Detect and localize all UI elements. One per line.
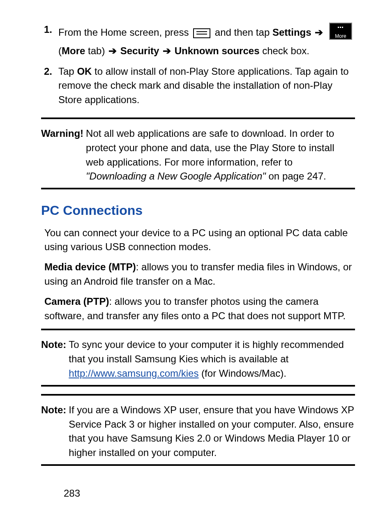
note-block-2: Note: If you are a Windows XP user, ensu… (41, 403, 355, 460)
mtp-label: Media device (MTP) (44, 261, 136, 272)
samsung-kies-link[interactable]: http://www.samsung.com/kies (69, 368, 198, 379)
step-body: From the Home screen, press and then tap… (58, 23, 355, 58)
note-body: To sync your device to your computer it … (69, 338, 355, 380)
text: To sync your device to your computer it … (69, 339, 344, 364)
step-1: 1. From the Home screen, press and then … (41, 23, 355, 58)
ptp-paragraph: Camera (PTP): allows you to transfer pho… (44, 295, 355, 323)
step-number: 1. (41, 23, 58, 58)
note-label: Note: (41, 338, 69, 380)
step-2: 2. Tap OK to allow install of non-Play S… (41, 64, 355, 107)
settings-label: Settings (272, 27, 311, 38)
arrow-icon: ➔ (163, 45, 171, 56)
ptp-label: Camera (PTP) (44, 296, 109, 307)
note-body: If you are a Windows XP user, ensure tha… (69, 403, 355, 460)
mtp-paragraph: Media device (MTP): allows you to transf… (44, 260, 355, 289)
text: tab) (85, 45, 108, 56)
text: (for Windows/Mac). (198, 368, 286, 379)
text: to allow install of non-Play Store appli… (58, 66, 349, 106)
divider (41, 394, 355, 396)
text: Tap (58, 66, 77, 77)
more-bold: More (62, 45, 85, 56)
arrow-icon: ➔ (315, 27, 323, 38)
warning-block: Warning! Not all web applications are sa… (41, 127, 355, 184)
note-block-1: Note: To sync your device to your comput… (41, 338, 355, 380)
unknown-sources-label: Unknown sources (175, 45, 260, 56)
divider (41, 385, 355, 387)
step-number: 2. (41, 64, 58, 107)
reference-italic: "Downloading a New Google Application" (86, 170, 266, 182)
warning-label: Warning! (41, 127, 86, 184)
text: From the Home screen, press (58, 27, 191, 38)
menu-icon (193, 28, 210, 38)
divider (41, 329, 355, 330)
divider (41, 188, 355, 189)
note-label: Note: (41, 403, 69, 460)
text: check box. (262, 45, 309, 56)
step-body: Tap OK to allow install of non-Play Stor… (58, 64, 355, 107)
ordered-steps: 1. From the Home screen, press and then … (41, 23, 355, 107)
arrow-icon: ➔ (108, 45, 117, 56)
text: ( (58, 45, 62, 56)
warning-body: Not all web applications are safe to dow… (86, 127, 355, 184)
text: Not all web applications are safe to dow… (86, 128, 334, 168)
more-icon: More (329, 23, 352, 44)
security-label: Security (120, 45, 159, 56)
section-heading: PC Connections (41, 201, 355, 220)
divider (41, 464, 355, 466)
text: and then tap (215, 27, 272, 38)
text: on page 247. (269, 170, 326, 182)
ok-label: OK (77, 66, 92, 77)
intro-paragraph: You can connect your device to a PC usin… (44, 226, 355, 255)
divider (41, 117, 355, 119)
page-number: 283 (64, 486, 355, 501)
